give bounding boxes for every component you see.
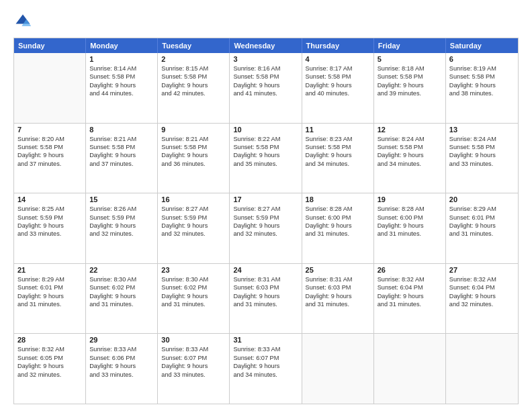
cell-info-line: Sunset: 5:58 PM <box>378 73 442 81</box>
cell-info-line: and 33 minutes. <box>17 230 82 238</box>
cell-info-line: Sunset: 6:06 PM <box>89 354 154 362</box>
cell-info-line: Sunset: 5:58 PM <box>306 143 370 151</box>
cell-info-line: Sunrise: 8:22 AM <box>233 135 298 143</box>
cell-info-line: and 33 minutes. <box>89 371 154 379</box>
cell-info-line: Sunrise: 8:14 AM <box>89 64 154 73</box>
cell-info-line: Sunrise: 8:18 AM <box>378 64 442 73</box>
cal-cell <box>302 334 374 404</box>
cell-info-line: Daylight: 9 hours <box>449 292 515 300</box>
cal-header-day: Monday <box>86 38 158 53</box>
cal-cell: 10Sunrise: 8:22 AMSunset: 5:58 PMDayligh… <box>230 124 302 193</box>
cell-info-line: and 32 minutes. <box>17 371 82 379</box>
cell-info-line: and 34 minutes. <box>233 371 298 379</box>
cell-info-line: Daylight: 9 hours <box>449 151 515 159</box>
cal-cell: 6Sunrise: 8:19 AMSunset: 5:58 PMDaylight… <box>446 53 518 123</box>
cell-info-line: Sunrise: 8:17 AM <box>306 64 370 73</box>
cell-info-line: Sunrise: 8:30 AM <box>89 275 154 283</box>
cal-cell: 26Sunrise: 8:32 AMSunset: 6:04 PMDayligh… <box>374 264 446 334</box>
day-number: 24 <box>233 266 298 274</box>
cal-cell: 30Sunrise: 8:33 AMSunset: 6:07 PMDayligh… <box>158 334 230 404</box>
cell-info-line: Sunset: 5:58 PM <box>449 73 515 81</box>
day-number: 19 <box>378 195 442 203</box>
cal-cell: 12Sunrise: 8:24 AMSunset: 5:58 PMDayligh… <box>374 124 446 193</box>
cal-header-day: Friday <box>374 38 446 53</box>
day-number: 17 <box>233 195 298 203</box>
cell-info-line: Sunrise: 8:19 AM <box>449 64 515 73</box>
cal-cell: 11Sunrise: 8:23 AMSunset: 5:58 PMDayligh… <box>302 124 374 193</box>
cell-info-line: and 41 minutes. <box>233 89 298 97</box>
cell-info-line: Sunset: 6:03 PM <box>306 283 370 291</box>
cell-info-line: Daylight: 9 hours <box>306 81 370 89</box>
day-number: 16 <box>161 195 226 203</box>
cell-info-line: Sunset: 5:58 PM <box>89 73 154 81</box>
day-number: 31 <box>233 336 298 344</box>
cell-info-line: Sunrise: 8:33 AM <box>233 345 298 353</box>
day-number: 23 <box>161 266 226 274</box>
cal-header-day: Sunday <box>14 38 86 53</box>
cal-cell: 22Sunrise: 8:30 AMSunset: 6:02 PMDayligh… <box>86 264 158 334</box>
header <box>13 12 519 31</box>
cell-info-line: and 31 minutes. <box>161 300 226 308</box>
cell-info-line: Sunrise: 8:33 AM <box>89 345 154 353</box>
cal-week-row: 21Sunrise: 8:29 AMSunset: 6:01 PMDayligh… <box>14 263 518 334</box>
cell-info-line: Sunrise: 8:32 AM <box>449 275 515 283</box>
cal-week-row: 1Sunrise: 8:14 AMSunset: 5:58 PMDaylight… <box>14 53 518 123</box>
cell-info-line: and 31 minutes. <box>233 300 298 308</box>
cell-info-line: Sunrise: 8:24 AM <box>378 135 442 143</box>
cell-info-line: Sunrise: 8:31 AM <box>233 275 298 283</box>
cell-info-line: Sunset: 5:59 PM <box>17 214 82 222</box>
cell-info-line: Daylight: 9 hours <box>161 362 226 370</box>
day-number: 22 <box>89 266 154 274</box>
cal-cell: 16Sunrise: 8:27 AMSunset: 5:59 PMDayligh… <box>158 193 230 263</box>
cell-info-line: Daylight: 9 hours <box>161 81 226 89</box>
day-number: 4 <box>306 55 370 63</box>
cell-info-line: and 34 minutes. <box>306 160 370 168</box>
cell-info-line: Daylight: 9 hours <box>233 81 298 89</box>
cal-cell: 29Sunrise: 8:33 AMSunset: 6:06 PMDayligh… <box>86 334 158 404</box>
cal-cell: 8Sunrise: 8:21 AMSunset: 5:58 PMDaylight… <box>86 124 158 193</box>
cal-cell: 17Sunrise: 8:27 AMSunset: 5:59 PMDayligh… <box>230 193 302 263</box>
cell-info-line: Sunrise: 8:28 AM <box>378 205 442 213</box>
cell-info-line: Daylight: 9 hours <box>449 81 515 89</box>
day-number: 12 <box>378 126 442 134</box>
cell-info-line: and 31 minutes. <box>306 230 370 238</box>
cell-info-line: Sunset: 6:05 PM <box>17 354 82 362</box>
cal-cell: 18Sunrise: 8:28 AMSunset: 6:00 PMDayligh… <box>302 193 374 263</box>
cell-info-line: Sunset: 6:00 PM <box>378 214 442 222</box>
cell-info-line: Daylight: 9 hours <box>378 151 442 159</box>
day-number: 26 <box>378 266 442 274</box>
day-number: 13 <box>449 126 515 134</box>
day-number: 30 <box>161 336 226 344</box>
cell-info-line: Daylight: 9 hours <box>306 222 370 230</box>
logo-icon <box>13 12 32 31</box>
cell-info-line: Daylight: 9 hours <box>378 222 442 230</box>
cell-info-line: Daylight: 9 hours <box>161 222 226 230</box>
day-number: 7 <box>17 126 82 134</box>
day-number: 25 <box>306 266 370 274</box>
day-number: 18 <box>306 195 370 203</box>
cal-cell: 23Sunrise: 8:30 AMSunset: 6:02 PMDayligh… <box>158 264 230 334</box>
cell-info-line: Sunset: 6:02 PM <box>89 283 154 291</box>
cell-info-line: Sunset: 5:58 PM <box>449 143 515 151</box>
day-number: 5 <box>378 55 442 63</box>
day-number: 15 <box>89 195 154 203</box>
cell-info-line: and 36 minutes. <box>161 160 226 168</box>
cal-cell: 13Sunrise: 8:24 AMSunset: 5:58 PMDayligh… <box>446 124 518 193</box>
cell-info-line: Daylight: 9 hours <box>17 151 82 159</box>
calendar-body: 1Sunrise: 8:14 AMSunset: 5:58 PMDaylight… <box>14 53 518 404</box>
cell-info-line: Daylight: 9 hours <box>89 151 154 159</box>
day-number: 28 <box>17 336 82 344</box>
cell-info-line: Sunrise: 8:23 AM <box>306 135 370 143</box>
cell-info-line: Daylight: 9 hours <box>233 362 298 370</box>
day-number: 11 <box>306 126 370 134</box>
cal-cell: 1Sunrise: 8:14 AMSunset: 5:58 PMDaylight… <box>86 53 158 123</box>
day-number: 14 <box>17 195 82 203</box>
page: SundayMondayTuesdayWednesdayThursdayFrid… <box>0 0 532 411</box>
cell-info-line: Sunrise: 8:31 AM <box>306 275 370 283</box>
cell-info-line: and 31 minutes. <box>89 300 154 308</box>
cal-cell: 9Sunrise: 8:21 AMSunset: 5:58 PMDaylight… <box>158 124 230 193</box>
cell-info-line: and 31 minutes. <box>378 230 442 238</box>
cal-header-day: Tuesday <box>158 38 230 53</box>
cell-info-line: Sunrise: 8:20 AM <box>17 135 82 143</box>
cal-week-row: 7Sunrise: 8:20 AMSunset: 5:58 PMDaylight… <box>14 123 518 193</box>
